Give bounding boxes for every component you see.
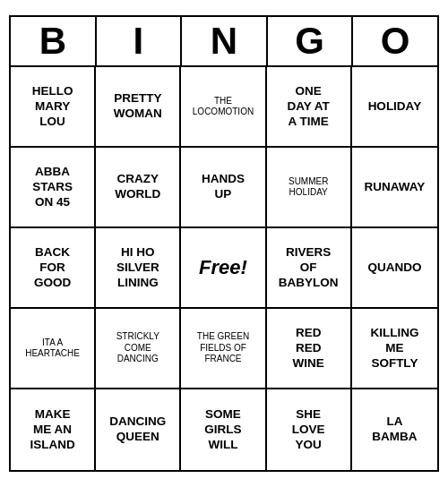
bingo-cell: SHE LOVE YOU (267, 389, 352, 470)
bingo-cell-text: QUANDO (367, 261, 421, 276)
bingo-cell: DANCING QUEEN (96, 389, 181, 470)
bingo-cell-text: Free! (199, 255, 247, 280)
bingo-cell: THE LOCOMOTION (181, 67, 266, 148)
bingo-cell-text: RUNAWAY (365, 180, 426, 195)
bingo-header-letter: I (97, 17, 183, 65)
bingo-cell-text: RED RED WINE (293, 326, 324, 372)
bingo-cell: LA BAMBA (352, 389, 437, 470)
bingo-cell-text: HOLIDAY (368, 99, 422, 115)
bingo-cell: HANDS UP (181, 148, 266, 228)
bingo-cell-text: SUMMER HOLIDAY (289, 176, 328, 199)
bingo-cell: SOME GIRLS WILL (181, 389, 266, 470)
bingo-header-letter: B (11, 17, 97, 65)
bingo-cell-text: MAKE ME AN ISLAND (30, 407, 74, 453)
bingo-cell: BACK FOR GOOD (11, 228, 96, 309)
bingo-cell: MAKE ME AN ISLAND (11, 389, 96, 470)
bingo-cell: Free! (181, 228, 266, 309)
bingo-cell: HELLO MARY LOU (11, 67, 96, 148)
bingo-cell-text: STRICKLY COME DANCING (116, 331, 159, 365)
bingo-cell: ONE DAY AT A TIME (267, 67, 352, 148)
bingo-cell: ABBA STARS ON 45 (11, 148, 96, 228)
bingo-cell-text: PRETTY WOMAN (114, 91, 162, 122)
bingo-cell: THE GREEN FIELDS OF FRANCE (181, 309, 266, 389)
bingo-header-letter: G (268, 17, 354, 65)
bingo-cell-text: THE GREEN FIELDS OF FRANCE (197, 331, 249, 365)
bingo-header-letter: O (353, 17, 437, 65)
bingo-cell-text: ABBA STARS ON 45 (32, 165, 73, 210)
bingo-card: BINGO HELLO MARY LOUPRETTY WOMANTHE LOCO… (9, 15, 439, 472)
bingo-cell: STRICKLY COME DANCING (96, 309, 181, 389)
bingo-cell: RIVERS OF BABYLON (267, 228, 352, 309)
bingo-cell: ITA A HEARTACHE (11, 309, 96, 389)
bingo-cell: QUANDO (352, 228, 437, 309)
bingo-cell-text: BACK FOR GOOD (34, 245, 71, 291)
bingo-cell: SUMMER HOLIDAY (267, 148, 352, 228)
bingo-cell: RED RED WINE (267, 309, 352, 389)
bingo-cell: KILLING ME SOFTLY (352, 309, 437, 389)
bingo-header: BINGO (11, 17, 437, 67)
bingo-cell: RUNAWAY (352, 148, 437, 228)
bingo-header-letter: N (182, 17, 268, 65)
bingo-cell-text: ITA A HEARTACHE (25, 337, 80, 360)
bingo-cell: HI HO SILVER LINING (96, 228, 181, 309)
bingo-cell-text: HANDS UP (202, 172, 245, 202)
bingo-cell-text: THE LOCOMOTION (193, 96, 254, 118)
bingo-cell-text: SOME GIRLS WILL (204, 407, 241, 453)
bingo-cell: CRAZY WORLD (96, 148, 181, 228)
bingo-grid: HELLO MARY LOUPRETTY WOMANTHE LOCOMOTION… (11, 67, 437, 470)
bingo-cell-text: KILLING ME SOFTLY (370, 326, 418, 372)
bingo-cell-text: HI HO SILVER LINING (116, 245, 159, 291)
bingo-cell: PRETTY WOMAN (96, 67, 181, 148)
bingo-cell-text: HELLO MARY LOU (32, 84, 73, 130)
bingo-cell-text: SHE LOVE YOU (292, 407, 325, 453)
bingo-cell-text: RIVERS OF BABYLON (279, 245, 339, 291)
bingo-cell-text: CRAZY WORLD (115, 172, 160, 202)
bingo-cell-text: LA BAMBA (372, 414, 417, 445)
bingo-cell-text: ONE DAY AT A TIME (288, 84, 330, 130)
bingo-cell: HOLIDAY (352, 67, 437, 148)
bingo-cell-text: DANCING QUEEN (109, 414, 166, 445)
